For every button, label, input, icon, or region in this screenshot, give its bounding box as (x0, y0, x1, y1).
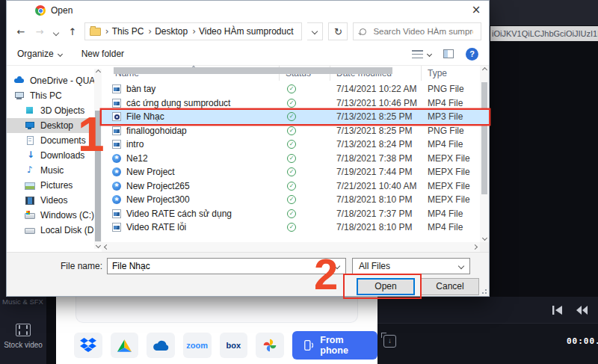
address-dropdown-icon[interactable] (307, 22, 324, 40)
sidebar-item[interactable]: Local Disk (D:) (7, 223, 102, 238)
token-text: iOiJKV1QiLCJhbGciOiJIUzI1Ni (490, 26, 598, 41)
file-name: Ne12 (126, 153, 148, 164)
forward-button[interactable]: → (33, 26, 46, 37)
sidebar-item-label: Videos (40, 195, 67, 206)
file-date: 7/13/2021 8:25 PM (330, 126, 422, 136)
file-name-label: File name: (59, 261, 102, 271)
file-type-icon (112, 195, 121, 204)
file-type: MEPX File (422, 194, 480, 205)
sidebar-item[interactable]: Windows (C:) (7, 208, 102, 223)
file-name: bàn tay (126, 84, 155, 94)
toolbar-right: ? (412, 48, 478, 61)
search-input[interactable] (372, 26, 475, 37)
horizontal-scrollbar-thumb[interactable] (114, 67, 392, 74)
file-date: 7/13/2021 8:25 PM (330, 111, 422, 122)
sync-status-icon (287, 99, 296, 108)
table-row[interactable]: Video RATE lỗi 7/18/2021 8:10 PM MP4 Fil… (102, 220, 489, 235)
sidebar-item-icon (25, 226, 35, 235)
preview-pane-icon[interactable] (443, 49, 454, 58)
new-folder-label: New folder (81, 49, 124, 59)
sidebar-item-label: Pictures (40, 180, 73, 191)
file-type-icon (112, 223, 121, 232)
new-folder-button[interactable]: New folder (81, 49, 124, 59)
rewind-icon[interactable] (576, 306, 588, 315)
dropbox-button[interactable] (74, 333, 102, 358)
breadcrumb-separator-icon: › (192, 26, 196, 37)
box-button[interactable]: box (220, 333, 248, 358)
drag-drop-zone[interactable] (75, 297, 358, 323)
sidebar-item-label: This PC (30, 90, 62, 101)
up-button[interactable]: ↑ (66, 26, 79, 37)
vertical-scrollbar-thumb[interactable] (481, 82, 487, 194)
dialog-footer: File name: All Files Open Cancel (7, 252, 489, 296)
upload-modal: zoom box From phone (56, 297, 377, 364)
table-row[interactable]: File Nhạc 7/13/2021 8:25 PM MP3 File (102, 110, 489, 124)
file-type-icon (112, 84, 121, 93)
google-photos-button[interactable] (256, 333, 284, 358)
sidebar-item[interactable]: This PC (7, 88, 102, 103)
from-phone-label: From phone (320, 335, 366, 356)
stock-video-button[interactable]: Stock video (0, 324, 46, 349)
file-name: Video RATE lỗi (126, 222, 186, 232)
file-type-icon (112, 112, 121, 121)
recent-locations-icon[interactable] (52, 26, 61, 37)
refresh-button[interactable]: ↻ (328, 22, 348, 40)
resize-grip[interactable] (480, 287, 487, 294)
player-controls (377, 297, 598, 323)
help-icon[interactable]: ? (466, 48, 478, 61)
breadcrumb-item[interactable]: › Video HÀm sumproduct (192, 26, 293, 37)
file-type-value: All Files (353, 261, 459, 271)
sidebar-item-icon (25, 136, 35, 145)
file-name: New Project300 (126, 194, 190, 205)
onedrive-button[interactable] (147, 333, 175, 358)
table-row[interactable]: Video RATE cách sử dụng 7/18/2021 7:37 P… (102, 207, 489, 221)
breadcrumb-label: Desktop (155, 26, 188, 37)
list-view-icon (412, 50, 423, 58)
add-to-timeline-icon[interactable]: ↓ (383, 335, 396, 348)
view-mode-button[interactable] (412, 50, 431, 58)
file-name: các ứng dụng sumproduct (126, 98, 230, 108)
music-sfx-label: Music & SFX (2, 297, 46, 306)
table-row[interactable]: New Project300 7/18/2021 8:10 PM MEPX Fi… (102, 193, 489, 207)
table-row[interactable]: New Project265 7/21/2021 10:40 AM MEPX F… (102, 179, 489, 194)
breadcrumb-item[interactable]: › This PC (105, 26, 144, 37)
sidebar-item[interactable]: Videos (7, 193, 102, 208)
cancel-button[interactable]: Cancel (421, 278, 479, 295)
sidebar-item-icon (25, 151, 35, 160)
file-name-input[interactable] (108, 261, 335, 271)
file-type: MP4 File (422, 98, 480, 108)
sync-status-icon (287, 195, 296, 204)
file-name: New Project265 (126, 181, 190, 191)
chevron-down-icon (427, 51, 432, 56)
file-type-select[interactable]: All Files (352, 258, 470, 274)
sync-status-icon (287, 84, 296, 93)
table-row[interactable]: intro 7/13/2021 8:24 PM MP4 File (102, 138, 489, 152)
close-button[interactable]: × (463, 1, 489, 20)
sidebar-item[interactable]: OneDrive - QUAN (7, 73, 102, 88)
column-header-type[interactable]: Type (422, 66, 480, 81)
horizontal-scrollbar[interactable] (102, 242, 480, 252)
skip-to-start-icon[interactable] (552, 306, 563, 315)
annotation-step-2: 2 (314, 253, 338, 296)
back-button[interactable]: ← (14, 26, 28, 37)
sidebar-item[interactable]: Music (7, 163, 102, 178)
google-drive-button[interactable] (111, 333, 139, 358)
table-row[interactable]: finallogohoidap 7/13/2021 8:25 PM PNG Fi… (102, 124, 489, 138)
organize-button[interactable]: Organize (17, 49, 62, 59)
folder-icon (90, 28, 101, 36)
zoom-button[interactable]: zoom (183, 333, 212, 358)
file-rows: bàn tay 7/14/2021 10:22 AM PNG File các … (102, 81, 489, 235)
table-row[interactable]: Ne12 7/18/2021 7:38 PM MEPX File (102, 152, 489, 166)
table-row[interactable]: các ứng dụng sumproduct 7/13/2021 10:46 … (102, 96, 489, 111)
onedrive-icon (152, 340, 170, 351)
sidebar-item-icon (25, 166, 35, 175)
from-phone-button[interactable]: From phone (292, 331, 377, 360)
scrollbar-corner (480, 242, 489, 252)
table-row[interactable]: New Project 7/19/2021 7:44 PM MEPX File (102, 165, 489, 179)
breadcrumb-separator-icon: › (148, 26, 152, 37)
breadcrumb-item[interactable]: › Desktop (148, 26, 188, 37)
file-type: MP3 File (422, 111, 480, 122)
table-row[interactable]: bàn tay 7/14/2021 10:22 AM PNG File (102, 82, 489, 96)
sidebar-item[interactable]: Pictures (7, 178, 102, 193)
file-type: MP4 File (422, 222, 480, 232)
